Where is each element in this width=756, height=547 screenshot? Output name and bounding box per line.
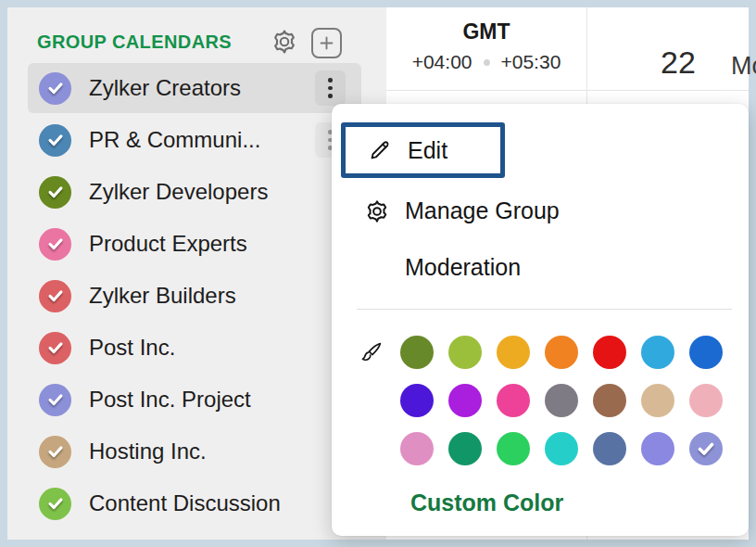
group-calendars-sidebar: GROUP CALENDARS Zylker Creators PR & Com… [7,7,386,540]
color-palette [400,336,723,465]
calendar-label: Zylker Builders [89,283,236,309]
color-swatch[interactable] [497,384,530,417]
menu-item-manage-group-label: Manage Group [405,197,560,224]
calendar-checkbox[interactable] [39,436,71,468]
calendar-checkbox[interactable] [39,332,71,364]
color-swatch[interactable] [448,384,482,417]
calendar-settings-button[interactable] [270,27,299,57]
timezone-offset-primary: +04:00 [412,51,472,73]
calendar-label: Product Experts [89,231,247,257]
color-swatch[interactable] [593,384,626,417]
color-swatch[interactable] [641,432,674,465]
color-swatch[interactable] [641,384,674,417]
menu-item-edit-label: Edit [408,137,447,164]
calendar-item-pr-communications[interactable]: PR & Communi... [28,115,361,165]
calendar-context-menu: Edit Manage Group Moderation [332,104,749,536]
color-swatch[interactable] [545,384,578,417]
color-swatch[interactable] [689,336,723,369]
color-swatch[interactable] [593,432,626,465]
calendar-item-zylker-builders[interactable]: Zylker Builders [28,271,361,321]
check-icon [45,286,66,306]
dot-separator-icon [484,59,490,66]
check-icon [45,130,66,150]
color-swatch[interactable] [400,384,434,417]
calendar-checkbox[interactable] [39,228,71,261]
check-icon [45,337,66,358]
date-number: 22 [661,45,696,81]
check-icon [695,438,717,460]
color-swatch[interactable] [641,336,674,369]
calendar-label: Zylker Developers [89,179,268,205]
color-swatch[interactable] [545,336,578,369]
menu-item-moderation-label: Moderation [405,254,521,281]
date-day-label: Mo [731,52,756,81]
add-calendar-button[interactable] [311,28,342,58]
check-icon [45,234,66,254]
color-swatch[interactable] [400,336,434,369]
check-icon [45,78,66,98]
color-swatch[interactable] [545,432,578,465]
calendar-label: Zylker Creators [89,75,241,101]
header-divider [386,90,749,91]
calendar-options-button[interactable] [315,70,346,106]
color-swatch[interactable] [497,336,530,369]
timezone-offset-secondary: +05:30 [501,51,561,73]
calendar-item-hosting-inc[interactable]: Hosting Inc. [28,426,361,477]
calendar-item-zylker-developers[interactable]: Zylker Developers [28,167,361,217]
color-swatch[interactable] [497,432,530,465]
check-icon [45,441,66,462]
calendar-label: Content Discussion [89,490,281,516]
menu-divider [357,309,732,310]
color-swatch[interactable] [448,432,482,465]
edit-highlight-box[interactable]: Edit [341,122,505,178]
color-swatch[interactable] [689,384,723,417]
calendar-item-product-experts[interactable]: Product Experts [28,219,361,269]
calendar-checkbox[interactable] [39,72,71,105]
calendar-item-post-inc-project[interactable]: Post Inc. Project [28,375,361,425]
menu-item-manage-group[interactable]: Manage Group [332,185,749,236]
check-icon [45,389,66,410]
custom-color-link[interactable]: Custom Color [410,490,563,516]
color-swatch[interactable] [593,336,626,369]
calendar-label: Hosting Inc. [89,439,207,464]
check-icon [45,493,66,514]
calendar-checkbox[interactable] [39,384,71,416]
group-calendars-title: GROUP CALENDARS [37,32,232,53]
paintbrush-icon [359,340,384,365]
timezone-header: GMT +04:00 +05:30 [386,7,586,90]
plus-icon [318,34,335,52]
check-icon [45,182,66,202]
gear-icon [271,28,298,56]
menu-item-moderation[interactable]: Moderation [332,242,749,293]
timezone-label: GMT [386,19,586,45]
color-swatch[interactable] [400,432,434,465]
calendar-label: Post Inc. [89,335,175,361]
gear-icon [364,198,390,224]
calendar-checkbox[interactable] [39,280,71,312]
color-swatch-selected[interactable] [689,432,723,465]
calendar-item-post-inc[interactable]: Post Inc. [28,323,361,373]
calendar-checkbox[interactable] [39,488,71,520]
calendar-item-zylker-creators[interactable]: Zylker Creators [28,63,361,113]
calendar-checkbox[interactable] [39,176,71,209]
calendar-item-content-discussion[interactable]: Content Discussion [28,478,361,528]
color-swatch[interactable] [448,336,482,369]
calendar-label: Post Inc. Project [89,387,251,413]
pencil-icon [367,137,393,163]
calendar-label: PR & Communi... [89,127,260,153]
calendar-checkbox[interactable] [39,124,71,157]
